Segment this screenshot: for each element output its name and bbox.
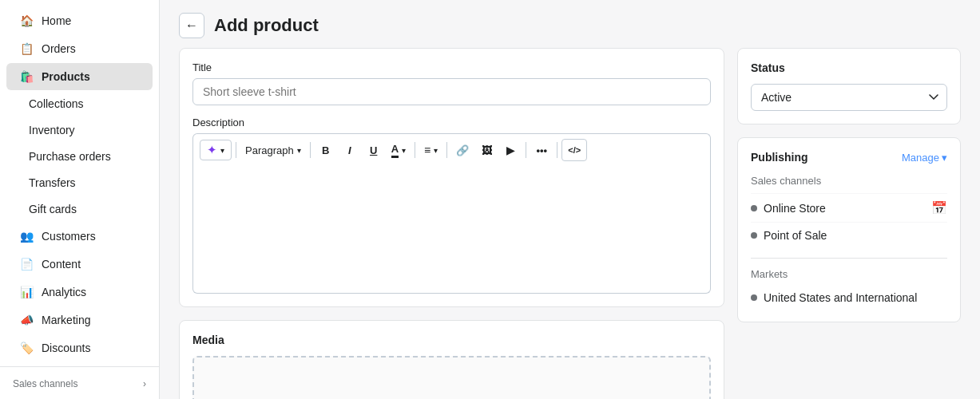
sidebar-item-analytics-label: Analytics <box>42 286 86 298</box>
sidebar-item-content-label: Content <box>42 258 81 271</box>
publishing-header: Publishing Manage ▾ <box>751 151 947 164</box>
status-card: Status Active Draft <box>737 48 961 124</box>
left-column: Title Description ✦ ▾ Paragraph ▾ <box>179 48 724 399</box>
channel-online-store-text: Online Store <box>764 202 826 215</box>
link-icon: 🔗 <box>456 144 469 156</box>
sidebar-item-online-store[interactable]: 🌐 Online Store <box>6 393 153 399</box>
product-info-card: Title Description ✦ ▾ Paragraph ▾ <box>179 48 724 307</box>
italic-icon: I <box>348 144 351 156</box>
text-color-button[interactable]: A ▾ <box>387 139 411 161</box>
products-icon: 🛍️ <box>19 69 34 84</box>
back-button[interactable]: ← <box>179 13 204 38</box>
sidebar-item-discounts[interactable]: 🏷️ Discounts <box>6 334 153 361</box>
content-icon: 📄 <box>19 257 34 271</box>
sidebar-item-content[interactable]: 📄 Content <box>6 251 153 278</box>
ai-dropdown-icon: ▾ <box>220 146 224 155</box>
content-area: Title Description ✦ ▾ Paragraph ▾ <box>160 48 980 399</box>
sidebar-item-orders-label: Orders <box>42 42 76 55</box>
toolbar-separator-3 <box>415 142 415 158</box>
calendar-icon[interactable]: 📅 <box>931 200 947 215</box>
toolbar-separator-4 <box>446 142 447 158</box>
home-icon: 🏠 <box>19 14 34 28</box>
bold-icon: B <box>322 144 329 156</box>
sidebar-divider <box>0 366 159 367</box>
video-button[interactable]: ▶ <box>499 139 522 161</box>
sidebar-item-products[interactable]: 🛍️ Products <box>6 63 153 90</box>
orders-icon: 📋 <box>19 41 34 56</box>
image-icon: 🖼 <box>482 144 492 156</box>
title-input[interactable] <box>192 78 711 105</box>
align-icon: ≡ <box>424 144 430 156</box>
analytics-icon: 📊 <box>19 285 34 299</box>
code-icon: </> <box>568 145 581 155</box>
status-title: Status <box>751 61 947 74</box>
back-icon: ← <box>185 18 198 33</box>
customers-icon: 👥 <box>19 229 34 243</box>
sales-channels-label: Sales channels <box>13 378 77 389</box>
sidebar-item-customers[interactable]: 👥 Customers <box>6 223 153 250</box>
channel-point-of-sale-label: Point of Sale <box>751 229 827 242</box>
code-button[interactable]: </> <box>561 139 587 161</box>
toolbar-separator-2 <box>310 142 311 158</box>
sidebar-item-analytics[interactable]: 📊 Analytics <box>6 279 153 306</box>
ai-button[interactable]: ✦ ▾ <box>200 140 232 160</box>
video-icon: ▶ <box>506 144 514 156</box>
market-dot <box>751 294 757 301</box>
underline-button[interactable]: U <box>363 139 385 161</box>
description-section: Description ✦ ▾ Paragraph ▾ <box>192 117 711 294</box>
editor-toolbar: ✦ ▾ Paragraph ▾ B I <box>192 133 711 166</box>
page-title: Add product <box>214 15 319 36</box>
sidebar-item-products-label: Products <box>42 70 90 83</box>
discounts-icon: 🏷️ <box>19 341 34 355</box>
image-button[interactable]: 🖼 <box>475 139 498 161</box>
sidebar-item-transfers[interactable]: Transfers <box>6 170 153 196</box>
paragraph-dropdown[interactable]: Paragraph ▾ <box>240 139 306 161</box>
align-chevron-icon: ▾ <box>434 146 438 155</box>
manage-link[interactable]: Manage ▾ <box>902 152 947 164</box>
publishing-card: Publishing Manage ▾ Sales channels Onlin… <box>737 137 961 322</box>
status-select[interactable]: Active Draft <box>751 84 947 111</box>
market-us-international: United States and International <box>751 286 947 309</box>
sidebar-item-purchase-orders-label: Purchase orders <box>29 150 111 163</box>
underline-icon: U <box>370 144 377 156</box>
toolbar-separator-1 <box>236 142 236 158</box>
manage-label: Manage <box>902 152 939 164</box>
text-color-chevron-icon: ▾ <box>402 146 406 155</box>
title-label: Title <box>192 61 711 73</box>
chevron-right-icon[interactable]: › <box>143 378 146 389</box>
media-title: Media <box>192 334 711 346</box>
description-label: Description <box>192 117 711 128</box>
sidebar-item-home-label: Home <box>42 14 71 27</box>
market-us-international-label: United States and International <box>764 291 917 304</box>
sidebar-item-inventory[interactable]: Inventory <box>6 117 153 143</box>
description-editor[interactable] <box>192 166 711 294</box>
sidebar-item-marketing-label: Marketing <box>42 314 90 326</box>
sidebar: 🏠 Home 📋 Orders 🛍️ Products Collections … <box>0 0 160 399</box>
italic-button[interactable]: I <box>339 139 361 161</box>
sidebar-item-gift-cards[interactable]: Gift cards <box>6 196 153 222</box>
sidebar-item-inventory-label: Inventory <box>29 124 75 136</box>
publishing-divider <box>751 258 947 259</box>
link-button[interactable]: 🔗 <box>451 139 474 161</box>
markets-title: Markets <box>751 268 947 280</box>
more-icon: ••• <box>536 144 547 156</box>
manage-chevron-icon: ▾ <box>942 152 947 164</box>
topbar: ← Add product <box>160 0 980 48</box>
align-button[interactable]: ≡ ▾ <box>419 139 442 161</box>
more-button[interactable]: ••• <box>530 139 553 161</box>
publishing-title: Publishing <box>751 151 808 164</box>
sidebar-item-collections-label: Collections <box>29 97 83 110</box>
toolbar-separator-5 <box>526 142 526 158</box>
channel-point-of-sale: Point of Sale <box>751 222 947 248</box>
sidebar-item-marketing[interactable]: 📣 Marketing <box>6 306 153 334</box>
media-dropzone[interactable] <box>192 356 711 399</box>
sidebar-item-purchase-orders[interactable]: Purchase orders <box>6 144 153 169</box>
channel-point-of-sale-text: Point of Sale <box>764 229 827 242</box>
bold-button[interactable]: B <box>315 139 337 161</box>
sidebar-item-collections[interactable]: Collections <box>6 91 153 117</box>
right-column: Status Active Draft Publishing Manage ▾ … <box>737 48 961 399</box>
sidebar-item-orders[interactable]: 📋 Orders <box>6 35 153 62</box>
ai-sparkle-icon: ✦ <box>207 143 217 157</box>
sidebar-item-customers-label: Customers <box>42 230 96 243</box>
sidebar-item-home[interactable]: 🏠 Home <box>6 7 153 34</box>
